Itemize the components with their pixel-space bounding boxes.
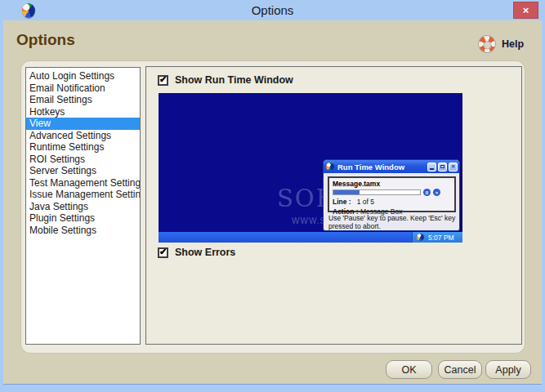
settings-list: Auto Login Settings Email Notification E…: [25, 67, 141, 345]
preview-taskbar: 5:07 PM: [159, 232, 462, 243]
page-title: Options: [16, 31, 75, 49]
sidebar-item-test-management[interactable]: Test Management Settings: [26, 177, 140, 189]
runtime-line-row: Line : 1 of 5: [333, 198, 451, 206]
preview-system-tray: 5:07 PM: [412, 232, 462, 243]
minimize-icon: [427, 163, 436, 172]
lifebuoy-icon: [476, 33, 499, 56]
check-icon: ✔: [159, 76, 167, 83]
sidebar-item-email-notification[interactable]: Email Notification: [26, 82, 140, 95]
show-runtime-label: Show Run Time Window: [175, 74, 293, 86]
runtime-app-icon: [326, 163, 334, 171]
help-button[interactable]: Help: [478, 35, 527, 55]
window-title: Options: [0, 3, 545, 17]
runtime-progress-fill: [333, 190, 360, 194]
pause-icon: [423, 189, 431, 196]
tray-clock: 5:07 PM: [428, 234, 454, 242]
dialog-body: Options Help Auto Login Settings Email N…: [3, 20, 542, 385]
abort-icon: ×: [433, 189, 440, 196]
cancel-button[interactable]: Cancel: [438, 360, 482, 379]
ok-button[interactable]: OK: [386, 360, 432, 379]
runtime-line-label: Line :: [333, 198, 351, 206]
show-errors-row: ✔ Show Errors: [158, 247, 235, 258]
title-bar: Options ×: [0, 0, 545, 20]
runtime-progress-bar: [333, 189, 421, 195]
sidebar-item-hotkeys[interactable]: Hotkeys: [26, 106, 140, 118]
runtime-preview-image: SOFTPEDIA WWW.SOFTPEDIA.COM Run Time Win…: [159, 93, 462, 243]
sidebar-item-roi[interactable]: ROI Settings: [26, 154, 140, 166]
options-dialog: Options × Options Help Auto Login Settin…: [0, 0, 545, 392]
help-label: Help: [502, 38, 524, 50]
sidebar-item-advanced[interactable]: Advanced Settings: [26, 130, 140, 142]
sidebar-item-email-settings[interactable]: Email Settings: [26, 94, 140, 106]
sidebar-item-server[interactable]: Server Settings: [26, 165, 140, 177]
sidebar-item-runtime[interactable]: Runtime Settings: [26, 141, 140, 154]
sidebar-item-plugin[interactable]: Plugin Settings: [26, 212, 140, 225]
apply-button[interactable]: Apply: [485, 360, 531, 379]
runtime-note: Use 'Pause' key to pause. Keep 'Esc' key…: [328, 214, 456, 230]
close-icon[interactable]: ×: [513, 2, 538, 19]
show-runtime-row: ✔ Show Run Time Window: [158, 74, 293, 86]
sidebar-item-auto-login[interactable]: Auto Login Settings: [26, 70, 140, 82]
runtime-window: Run Time Window × Message.tamx: [323, 159, 460, 231]
check-icon: ✔: [159, 248, 167, 256]
show-errors-label: Show Errors: [175, 247, 235, 258]
sidebar-item-mobile[interactable]: Mobile Settings: [26, 225, 140, 237]
sidebar-item-java[interactable]: Java Settings: [26, 201, 140, 213]
sidebar-item-view[interactable]: View: [26, 118, 140, 130]
tray-app-icon: [417, 234, 424, 241]
runtime-file-name: Message.tamx: [333, 180, 451, 188]
show-runtime-checkbox[interactable]: ✔: [158, 75, 168, 86]
view-settings-panel: ✔ Show Run Time Window SOFTPEDIA WWW.SOF…: [145, 66, 522, 345]
show-errors-checkbox[interactable]: ✔: [158, 247, 168, 258]
runtime-window-titlebar: Run Time Window ×: [324, 160, 459, 173]
runtime-status-panel: Message.tamx ×: [328, 176, 456, 212]
runtime-window-title: Run Time Window: [337, 163, 426, 172]
sidebar-item-issue-management[interactable]: Issue Management Settings: [26, 189, 140, 201]
maximize-icon: [438, 163, 447, 172]
runtime-line-value: 1 of 5: [357, 198, 374, 206]
close-small-icon: ×: [449, 163, 458, 172]
